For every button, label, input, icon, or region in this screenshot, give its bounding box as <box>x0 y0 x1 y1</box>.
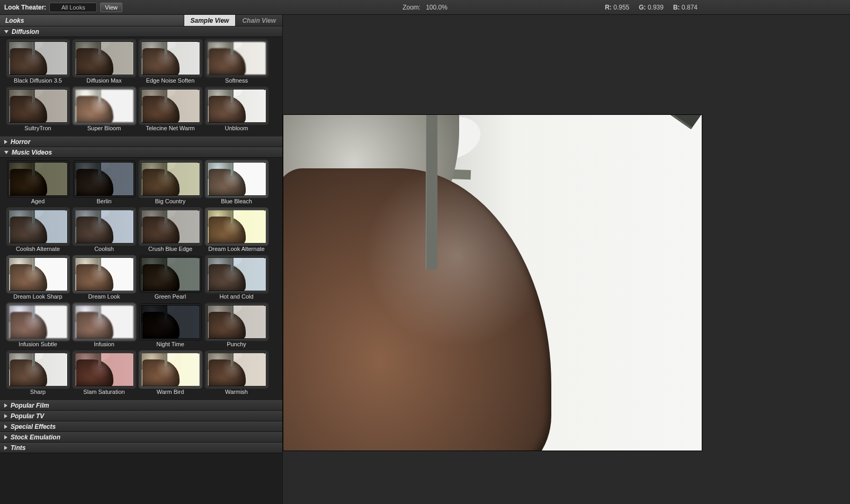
panel-title: Looks <box>0 17 184 24</box>
disclosure-triangle-icon <box>4 403 7 408</box>
category-popular-tv[interactable]: Popular TV <box>0 411 282 421</box>
thumbnail-label: Big Country <box>155 198 185 204</box>
thumbnail-label: Coolish Alternate <box>16 246 60 252</box>
thumbnail <box>141 305 200 339</box>
thumbnail-label: Infusion <box>94 341 114 347</box>
category-music-videos[interactable]: Music Videos <box>0 147 282 158</box>
thumbnail-label: Punchy <box>227 341 246 347</box>
look-preset-black-diffusion-3-5[interactable]: Black Diffusion 3.5 <box>7 41 68 84</box>
thumbnail <box>141 257 200 291</box>
rgb-readout: R: 0.955 G: 0.939 B: 0.874 <box>605 4 846 11</box>
thumbnail-label: Dream Look <box>88 293 120 300</box>
look-preset-dream-look-sharp[interactable]: Dream Look Sharp <box>7 257 68 300</box>
thumbnail <box>75 89 134 123</box>
look-preset-softness[interactable]: Softness <box>206 41 267 84</box>
look-theater-label: Look Theater: <box>4 4 46 11</box>
thumbnail <box>207 162 266 196</box>
thumbnail <box>141 162 200 196</box>
look-preset-sultrytron[interactable]: SultryTron <box>7 89 68 131</box>
thumbnail <box>75 353 134 386</box>
thumbnail-label: Sharp <box>30 389 46 395</box>
thumbnail <box>141 89 200 123</box>
thumbnail-label: Diffusion Max <box>86 77 121 84</box>
view-button[interactable]: View <box>100 3 122 12</box>
category-label: Popular Film <box>11 402 49 409</box>
thumbnail <box>207 210 266 244</box>
look-preset-night-time[interactable]: Night Time <box>140 305 201 347</box>
thumbnail <box>8 162 68 196</box>
thumbnail <box>141 210 200 244</box>
disclosure-triangle-icon <box>4 435 7 439</box>
look-preset-diffusion-max[interactable]: Diffusion Max <box>74 41 135 84</box>
category-horror[interactable]: Horror <box>0 137 282 147</box>
thumbnail <box>8 257 68 291</box>
category-label: Diffusion <box>12 28 39 35</box>
look-preset-slam-saturation[interactable]: Slam Saturation <box>74 353 135 395</box>
look-preset-berlin[interactable]: Berlin <box>74 162 135 204</box>
category-popular-film[interactable]: Popular Film <box>0 400 282 411</box>
thumbnail <box>8 89 68 123</box>
thumbnail <box>8 305 68 339</box>
category-stock-emulation[interactable]: Stock Emulation <box>0 432 282 443</box>
thumbnail <box>75 41 134 75</box>
zoom-value: 100.0% <box>426 4 448 11</box>
disclosure-triangle-icon <box>4 425 7 429</box>
topbar: Look Theater: All Looks View Zoom: 100.0… <box>0 0 850 15</box>
thumbnail-label: Warm Bird <box>157 389 184 395</box>
look-preset-infusion[interactable]: Infusion <box>74 305 135 347</box>
looks-dropdown[interactable]: All Looks <box>49 3 97 12</box>
look-preset-edge-noise-soften[interactable]: Edge Noise Soften <box>140 41 201 84</box>
thumbnail <box>207 257 266 291</box>
looks-scroll[interactable]: DiffusionBlack Diffusion 3.5Diffusion Ma… <box>0 26 282 504</box>
thumbnail-label: Green Pearl <box>155 293 186 300</box>
look-preset-big-country[interactable]: Big Country <box>140 162 201 204</box>
disclosure-triangle-icon <box>4 414 7 418</box>
zoom-readout: Zoom: 100.0% <box>402 4 448 11</box>
thumbnail <box>8 353 68 386</box>
thumbnail-label: Black Diffusion 3.5 <box>14 77 62 84</box>
look-preset-blue-bleach[interactable]: Blue Bleach <box>206 162 267 204</box>
thumbnail <box>141 353 200 386</box>
disclosure-triangle-icon <box>4 446 7 450</box>
look-preset-coolish[interactable]: Coolish <box>74 210 135 252</box>
tab-chain-view[interactable]: Chain View <box>235 15 282 26</box>
panel-header: Looks Sample View Chain View <box>0 15 282 26</box>
tab-sample-view[interactable]: Sample View <box>184 15 236 26</box>
look-preset-dream-look-alternate[interactable]: Dream Look Alternate <box>206 210 267 252</box>
look-preset-infusion-subtle[interactable]: Infusion Subtle <box>7 305 68 347</box>
look-preset-super-bloom[interactable]: Super Bloom <box>74 89 135 131</box>
look-preset-telecine-net-warm[interactable]: Telecine Net Warm <box>140 89 201 131</box>
look-preset-dream-look[interactable]: Dream Look <box>74 257 135 300</box>
category-tints[interactable]: Tints <box>0 443 282 453</box>
category-diffusion[interactable]: Diffusion <box>0 26 282 37</box>
thumbnail-label: Crush Blue Edge <box>148 246 192 252</box>
thumbnail-label: Telecine Net Warm <box>146 125 195 131</box>
category-label: Tints <box>11 444 25 452</box>
category-label: Stock Emulation <box>11 434 60 441</box>
thumbnail-label: Aged <box>31 198 45 204</box>
thumbnail <box>207 353 266 386</box>
category-special-effects[interactable]: Special Effects <box>0 421 282 432</box>
look-preset-warm-bird[interactable]: Warm Bird <box>140 353 201 395</box>
look-preset-hot-and-cold[interactable]: Hot and Cold <box>206 257 267 300</box>
thumbnail-label: Dream Look Sharp <box>13 293 62 300</box>
look-preset-sharp[interactable]: Sharp <box>7 353 68 395</box>
category-label: Music Videos <box>12 149 52 156</box>
thumbnail <box>75 257 134 291</box>
thumbnail <box>207 41 266 75</box>
look-preset-warmish[interactable]: Warmish <box>206 353 267 395</box>
look-preset-crush-blue-edge[interactable]: Crush Blue Edge <box>140 210 201 252</box>
disclosure-triangle-icon <box>4 30 8 33</box>
look-preset-coolish-alternate[interactable]: Coolish Alternate <box>7 210 68 252</box>
thumbnail-label: Super Bloom <box>87 125 121 131</box>
thumbnail-label: Hot and Cold <box>219 293 253 300</box>
look-preset-aged[interactable]: Aged <box>7 162 68 204</box>
look-preset-green-pearl[interactable]: Green Pearl <box>140 257 201 300</box>
look-preset-punchy[interactable]: Punchy <box>206 305 267 347</box>
thumbnail-label: Blue Bleach <box>221 198 252 204</box>
thumbnail-label: Coolish <box>94 246 114 252</box>
thumbnail-grid: AgedBerlinBig CountryBlue BleachCoolish … <box>0 158 282 400</box>
look-preset-unbloom[interactable]: Unbloom <box>206 89 267 131</box>
disclosure-triangle-icon <box>4 151 8 154</box>
thumbnail <box>75 210 134 244</box>
